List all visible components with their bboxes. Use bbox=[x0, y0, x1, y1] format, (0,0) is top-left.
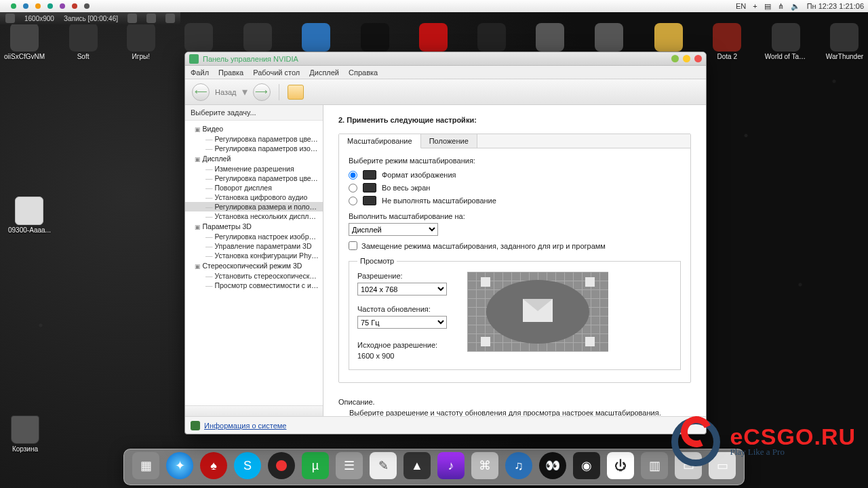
dock-app[interactable]: ▲ bbox=[403, 452, 431, 479]
dock-app-notes[interactable]: ✎ bbox=[370, 452, 397, 479]
radio-aspect[interactable]: Формат изображения bbox=[349, 170, 681, 180]
plus-icon[interactable]: + bbox=[753, 2, 757, 10]
tree-item[interactable]: Установка нескольких дисплеев bbox=[185, 211, 323, 221]
rec-control-icon[interactable] bbox=[165, 14, 175, 23]
dock-app-finder[interactable]: ▦ bbox=[132, 452, 159, 479]
wifi-icon[interactable]: ⋔ bbox=[778, 2, 784, 11]
window-titlebar[interactable]: Панель управления NVIDIA bbox=[185, 52, 706, 66]
app-icon bbox=[127, 23, 155, 52]
home-button[interactable] bbox=[288, 85, 304, 100]
tree-cat-stereo[interactable]: Стереоскопический режим 3D bbox=[185, 260, 323, 271]
dock-app-record[interactable] bbox=[268, 452, 295, 479]
tree-item[interactable]: Поворот дисплея bbox=[185, 183, 323, 192]
menu-edit[interactable]: Правка bbox=[218, 68, 243, 77]
monitor-icon bbox=[363, 183, 376, 192]
tree-cat-video[interactable]: Видео bbox=[185, 123, 323, 134]
desktop-shortcut[interactable]: oiiSxCfGvNM bbox=[4, 23, 45, 60]
app-label: WarThunder bbox=[826, 53, 863, 60]
clock[interactable]: Пн 12:23 1:21:06 bbox=[807, 2, 864, 10]
radio-label: Формат изображения bbox=[382, 171, 456, 179]
window-menubar: Файл Правка Рабочий стол Дисплей Справка bbox=[185, 66, 706, 79]
radio-noscale[interactable]: Не выполнять масштабирование bbox=[349, 196, 681, 205]
dock-app-itunes[interactable]: ♫ bbox=[505, 452, 532, 479]
screen-recorder-bar: 1600x900 Запись [00:00:46] bbox=[0, 12, 180, 24]
desktop-shortcut[interactable]: Soft bbox=[64, 23, 102, 60]
minimize-button[interactable] bbox=[671, 55, 679, 62]
app-label: oiiSxCfGvNM bbox=[4, 53, 45, 60]
tree-item[interactable]: Установка конфигурации PhysX bbox=[185, 251, 323, 260]
rec-control-icon[interactable] bbox=[127, 14, 137, 23]
volume-icon[interactable]: 🔈 bbox=[791, 2, 800, 11]
menu-file[interactable]: Файл bbox=[191, 68, 209, 77]
dock-app[interactable]: ▥ bbox=[641, 452, 668, 479]
tree-item[interactable]: Просмотр совместимости с играми bbox=[185, 281, 323, 290]
dock-app-utorrent[interactable]: µ bbox=[302, 452, 329, 479]
dock-app[interactable]: ⌘ bbox=[471, 452, 498, 479]
tree-item-selected[interactable]: Регулировка размера и положения рабо… bbox=[185, 202, 323, 211]
dock-app-safari[interactable]: ✦ bbox=[166, 452, 193, 479]
app-icon bbox=[536, 23, 564, 52]
tree-item[interactable]: Установка цифрового аудио bbox=[185, 192, 323, 202]
dock-app-skype[interactable]: S bbox=[234, 452, 261, 479]
expand-icon[interactable] bbox=[5, 14, 15, 23]
override-checkbox-row[interactable]: Замещение режима масштабирования, заданн… bbox=[349, 241, 681, 250]
trash[interactable]: Корзина bbox=[11, 415, 39, 453]
refresh-select[interactable]: 75 Гц bbox=[357, 316, 447, 329]
desktop-shortcut[interactable]: WarThunder bbox=[825, 23, 864, 60]
system-menubar: EN + ▤ ⋔ 🔈 Пн 12:23 1:21:06 bbox=[0, 0, 868, 12]
dock-app[interactable]: ⏻ bbox=[607, 452, 634, 479]
dock-app[interactable]: ♪ bbox=[437, 452, 465, 479]
tree-item[interactable]: Установить стереоскопический режим 3… bbox=[185, 271, 323, 281]
sidebar-scrollbar[interactable] bbox=[185, 405, 323, 416]
dock-app-pokerstars[interactable]: ♠ bbox=[200, 452, 227, 479]
native-res-value: 1600 x 900 bbox=[357, 352, 447, 360]
rec-control-icon[interactable] bbox=[146, 14, 156, 23]
input-lang[interactable]: EN bbox=[736, 2, 746, 10]
desktop-shortcut[interactable]: World of Tanks bbox=[766, 23, 806, 60]
dock-app[interactable]: ☰ bbox=[336, 452, 363, 479]
refresh-label: Частота обновления: bbox=[357, 305, 447, 313]
nvidia-logo-icon bbox=[189, 54, 199, 64]
app-icon bbox=[69, 23, 98, 52]
tree-cat-3d[interactable]: Параметры 3D bbox=[185, 221, 323, 232]
task-tree[interactable]: Видео Регулировка параметров цвета для в… bbox=[185, 121, 323, 405]
radio-input[interactable] bbox=[349, 197, 357, 205]
dock-app[interactable]: 👀 bbox=[539, 452, 566, 479]
system-info-link[interactable]: Информация о системе bbox=[204, 422, 286, 430]
menu-desktop[interactable]: Рабочий стол bbox=[253, 68, 300, 77]
scale-on-select[interactable]: Дисплей bbox=[349, 223, 438, 236]
override-label: Замещение режима масштабирования, заданн… bbox=[361, 242, 606, 250]
maximize-button[interactable] bbox=[683, 55, 690, 62]
nav-forward-button[interactable]: ⟶ bbox=[253, 83, 271, 101]
info-icon bbox=[191, 421, 200, 430]
dock-app-steam[interactable]: ◉ bbox=[573, 452, 600, 479]
resolution-select[interactable]: 1024 x 768 bbox=[357, 283, 447, 296]
nav-back-button[interactable]: ⟵ bbox=[192, 83, 210, 101]
tree-item[interactable]: Регулировка параметров цвета рабочег… bbox=[185, 174, 323, 183]
tab-position[interactable]: Положение bbox=[421, 134, 477, 148]
desktop-shortcut[interactable]: Dota 2 bbox=[708, 23, 747, 60]
tray-icon[interactable]: ▤ bbox=[764, 2, 771, 11]
radio-input[interactable] bbox=[349, 184, 357, 192]
desktop-file[interactable]: 09300-Аааа... bbox=[8, 197, 51, 234]
desktop-shortcut[interactable]: Игры! bbox=[121, 23, 160, 60]
app-icon bbox=[361, 23, 389, 52]
radio-fullscreen[interactable]: Во весь экран bbox=[349, 183, 681, 192]
scale-on-label: Выполнить масштабирование на: bbox=[349, 212, 681, 220]
tree-cat-display[interactable]: Дисплей bbox=[185, 153, 323, 164]
tab-scaling[interactable]: Масштабирование bbox=[339, 134, 421, 148]
trash-icon bbox=[11, 415, 39, 444]
menu-display[interactable]: Дисплей bbox=[309, 68, 339, 77]
tree-item[interactable]: Изменение разрешения bbox=[185, 164, 323, 174]
menubar-indicator-icon bbox=[47, 3, 53, 9]
app-icon bbox=[477, 23, 506, 52]
tree-item[interactable]: Регулировка параметров изображения д… bbox=[185, 144, 323, 153]
radio-input[interactable] bbox=[349, 171, 357, 180]
close-button[interactable] bbox=[694, 55, 702, 62]
description-block: Описание. Выберите разрешение и частоту … bbox=[338, 398, 691, 416]
tree-item[interactable]: Управление параметрами 3D bbox=[185, 241, 323, 251]
tree-item[interactable]: Регулировка параметров цвета для вид… bbox=[185, 134, 323, 144]
tree-item[interactable]: Регулировка настроек изображения с пр… bbox=[185, 232, 323, 241]
menu-help[interactable]: Справка bbox=[349, 68, 378, 77]
override-checkbox[interactable] bbox=[349, 241, 357, 250]
